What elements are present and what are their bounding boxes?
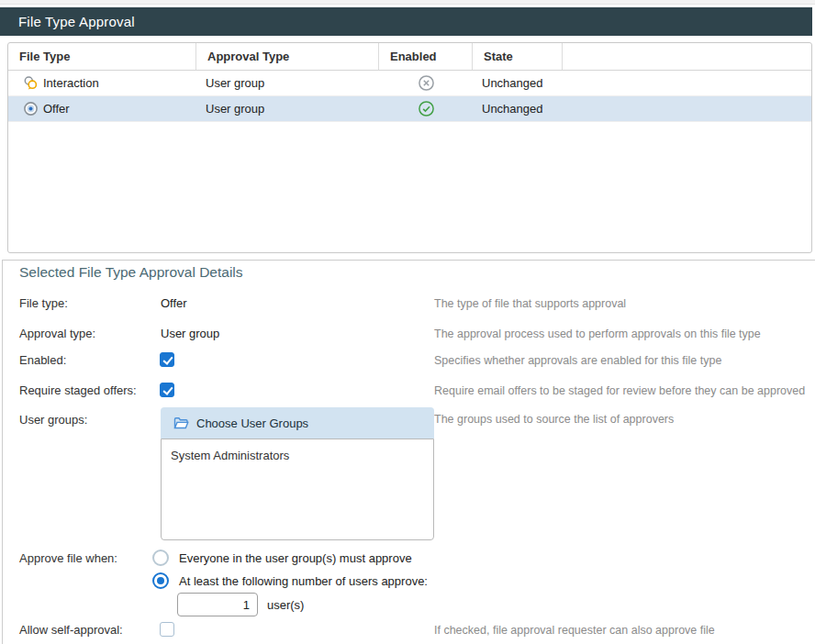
at-least-number-approve-radio[interactable] <box>152 572 169 589</box>
choose-user-groups-label: Choose User Groups <box>196 416 308 430</box>
details-heading: Selected File Type Approval Details <box>19 264 243 281</box>
table-row-selected[interactable]: Offer User group Unchanged <box>8 96 811 122</box>
file-type-description: The type of file that supports approval <box>434 297 626 310</box>
column-header-approval-type[interactable]: Approval Type <box>196 43 379 70</box>
require-staged-offers-label: Require staged offers: <box>19 383 137 397</box>
user-groups-label: User groups: <box>19 413 87 427</box>
at-least-number-approve-label: At least the following number of users a… <box>179 574 428 588</box>
approval-type-cell: User group <box>196 71 379 95</box>
allow-self-approval-description: If checked, file approval requester can … <box>434 624 715 637</box>
file-type-value: Offer <box>161 296 187 310</box>
approval-type-cell: User group <box>196 96 379 121</box>
file-type-cell: Offer <box>43 102 70 116</box>
page-title: File Type Approval <box>18 14 135 29</box>
everyone-must-approve-radio[interactable] <box>152 550 169 566</box>
file-type-approval-screen: File Type Approval File Type Approval Ty… <box>0 0 815 644</box>
file-type-table: File Type Approval Type Enabled State In… <box>7 42 812 253</box>
approval-type-value: User group <box>161 327 219 340</box>
top-divider <box>0 0 815 5</box>
enabled-description: Specifies whether approvals are enabled … <box>434 354 721 367</box>
user-group-list-item[interactable]: System Administrators <box>162 439 433 468</box>
details-panel: Selected File Type Approval Details File… <box>2 260 815 644</box>
enabled-checkbox[interactable] <box>160 352 174 367</box>
require-staged-offers-description: Require email offers to be staged for re… <box>434 384 805 397</box>
approver-count-suffix: user(s) <box>267 598 304 612</box>
user-groups-description: The groups used to source the list of ap… <box>434 413 674 426</box>
choose-user-groups-button[interactable]: Choose User Groups <box>161 407 434 439</box>
require-staged-offers-checkbox[interactable] <box>160 383 174 397</box>
approval-type-label: Approval type: <box>19 327 95 340</box>
approver-count-input[interactable] <box>177 593 258 616</box>
file-type-cell: Interaction <box>43 76 99 90</box>
user-groups-list[interactable]: System Administrators <box>161 439 434 540</box>
file-type-label: File type: <box>19 296 68 310</box>
state-cell: Unchanged <box>473 96 563 121</box>
enabled-label: Enabled: <box>19 353 66 367</box>
allow-self-approval-checkbox[interactable] <box>160 622 174 637</box>
column-header-state[interactable]: State <box>473 43 563 70</box>
page-title-bar: File Type Approval <box>0 7 812 36</box>
allow-self-approval-label: Allow self-approval: <box>19 623 123 637</box>
interaction-icon <box>23 75 39 91</box>
user-groups-widget: Choose User Groups System Administrators <box>161 407 434 540</box>
disabled-status-icon <box>418 74 435 92</box>
table-row[interactable]: Interaction User group Unchanged <box>8 71 811 96</box>
approval-type-description: The approval process used to perform app… <box>434 328 761 340</box>
column-header-spacer <box>563 43 811 70</box>
column-header-enabled[interactable]: Enabled <box>379 43 473 70</box>
approve-file-when-label: Approve file when: <box>19 551 117 565</box>
open-folder-icon <box>173 416 189 430</box>
column-header-file-type[interactable]: File Type <box>8 43 196 70</box>
everyone-must-approve-label: Everyone in the user group(s) must appro… <box>179 551 412 565</box>
enabled-status-icon <box>418 100 435 117</box>
offer-icon <box>23 101 39 117</box>
state-cell: Unchanged <box>473 71 563 95</box>
table-header-row: File Type Approval Type Enabled State <box>8 43 811 71</box>
